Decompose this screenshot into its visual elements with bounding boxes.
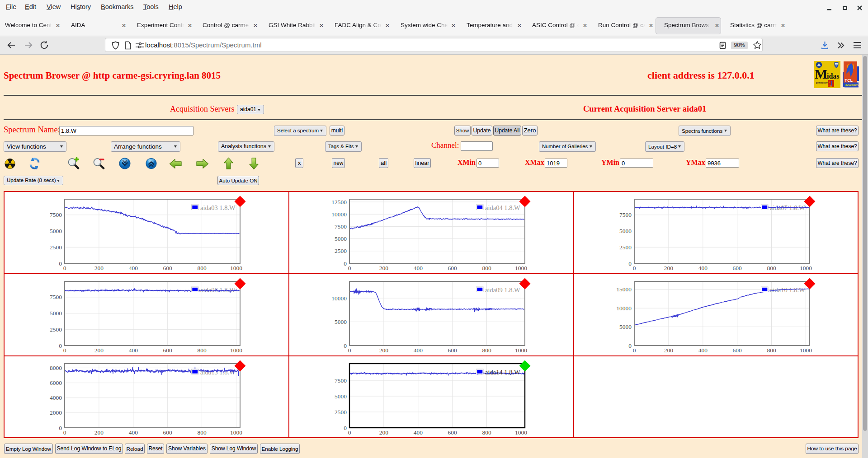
svg-text:aida14 1.8.W: aida14 1.8.W <box>485 369 520 376</box>
svg-text:600: 600 <box>733 347 742 354</box>
svg-text:1000: 1000 <box>800 265 812 271</box>
svg-text:600: 600 <box>163 265 173 271</box>
svg-text:T C L: T C L <box>829 85 832 87</box>
svg-text:powered by: powered by <box>816 82 828 84</box>
svg-text:0: 0 <box>348 265 351 271</box>
svg-text:400: 400 <box>129 347 138 354</box>
svg-text:6000: 6000 <box>50 379 62 386</box>
svg-text:2500: 2500 <box>50 326 62 333</box>
svg-text:0: 0 <box>59 342 62 349</box>
svg-text:600: 600 <box>163 429 173 436</box>
svg-text:400: 400 <box>698 265 708 271</box>
svg-text:5000: 5000 <box>335 318 347 325</box>
svg-text:5000: 5000 <box>619 323 632 330</box>
svg-text:600: 600 <box>163 347 173 354</box>
svg-text:8000: 8000 <box>50 365 62 371</box>
svg-text:800: 800 <box>197 265 207 271</box>
svg-text:600: 600 <box>733 265 742 271</box>
svg-text:600: 600 <box>448 429 458 436</box>
svg-text:0: 0 <box>59 260 62 267</box>
svg-text:600: 600 <box>448 347 458 354</box>
svg-text:0: 0 <box>348 347 351 354</box>
svg-text:7500: 7500 <box>50 211 62 218</box>
svg-text:200: 200 <box>94 265 104 271</box>
svg-text:0: 0 <box>344 425 347 431</box>
svg-text:5000: 5000 <box>619 228 632 234</box>
svg-text:0: 0 <box>59 425 62 431</box>
svg-text:400: 400 <box>414 265 423 271</box>
svg-text:0: 0 <box>63 429 66 436</box>
svg-text:400: 400 <box>414 429 423 436</box>
svg-text:0: 0 <box>348 429 351 436</box>
svg-text:1000: 1000 <box>800 347 812 354</box>
svg-text:aida03 1.8.W: aida03 1.8.W <box>200 204 236 211</box>
svg-text:2000: 2000 <box>50 409 62 416</box>
svg-text:800: 800 <box>482 429 491 436</box>
svg-text:0: 0 <box>628 260 632 267</box>
svg-text:800: 800 <box>197 347 207 354</box>
svg-text:400: 400 <box>129 429 138 436</box>
svg-text:5000: 5000 <box>335 393 347 400</box>
svg-text:idas: idas <box>827 72 840 80</box>
svg-text:1000: 1000 <box>230 347 242 354</box>
svg-text:5000: 5000 <box>335 235 347 242</box>
svg-text:200: 200 <box>94 347 104 354</box>
svg-text:aida10 1.8.W: aida10 1.8.W <box>770 286 805 294</box>
svg-text:0: 0 <box>344 342 347 349</box>
svg-text:TCL: TCL <box>845 78 853 83</box>
svg-text:5000: 5000 <box>50 228 62 234</box>
svg-text:7500: 7500 <box>335 223 347 230</box>
svg-text:POWERED: POWERED <box>845 84 859 87</box>
svg-text:7500: 7500 <box>619 211 632 218</box>
svg-text:200: 200 <box>379 429 389 436</box>
svg-text:800: 800 <box>482 265 491 271</box>
svg-text:7500: 7500 <box>50 294 62 300</box>
svg-text:4000: 4000 <box>50 394 62 401</box>
svg-text:1000: 1000 <box>515 347 527 354</box>
svg-text:200: 200 <box>664 347 674 354</box>
svg-text:2500: 2500 <box>50 244 62 251</box>
svg-text:0: 0 <box>344 260 347 267</box>
svg-text:800: 800 <box>197 429 207 436</box>
svg-text:0: 0 <box>63 265 66 271</box>
svg-text:M: M <box>815 66 827 81</box>
svg-text:12500: 12500 <box>331 199 347 206</box>
svg-text:aida04 1.8.W: aida04 1.8.W <box>485 204 520 211</box>
svg-text:aida09 1.8.W: aida09 1.8.W <box>485 286 520 294</box>
svg-text:800: 800 <box>482 347 491 354</box>
svg-text:200: 200 <box>379 347 389 354</box>
svg-text:600: 600 <box>448 265 458 271</box>
svg-text:400: 400 <box>698 347 708 354</box>
svg-text:1000: 1000 <box>230 265 242 271</box>
svg-text:400: 400 <box>414 347 423 354</box>
svg-text:400: 400 <box>129 265 138 271</box>
svg-text:0: 0 <box>633 347 636 354</box>
svg-text:0: 0 <box>628 342 632 349</box>
svg-text:2500: 2500 <box>335 409 347 416</box>
svg-text:7500: 7500 <box>335 377 347 384</box>
svg-text:1000: 1000 <box>515 265 527 271</box>
svg-text:800: 800 <box>767 265 776 271</box>
svg-text:2500: 2500 <box>335 248 347 254</box>
svg-text:2500: 2500 <box>619 244 632 251</box>
svg-text:5000: 5000 <box>50 310 62 317</box>
svg-text:200: 200 <box>664 265 674 271</box>
svg-text:15000: 15000 <box>616 286 632 293</box>
svg-text:800: 800 <box>767 347 776 354</box>
svg-text:1000: 1000 <box>230 429 242 436</box>
svg-text:200: 200 <box>379 265 389 271</box>
svg-text:10000: 10000 <box>616 305 632 312</box>
svg-text:1000: 1000 <box>515 429 527 436</box>
svg-text:10000: 10000 <box>331 295 347 302</box>
svg-text:0: 0 <box>63 347 66 354</box>
svg-text:10000: 10000 <box>331 211 347 218</box>
svg-text:0: 0 <box>633 265 636 271</box>
svg-text:200: 200 <box>94 429 104 436</box>
